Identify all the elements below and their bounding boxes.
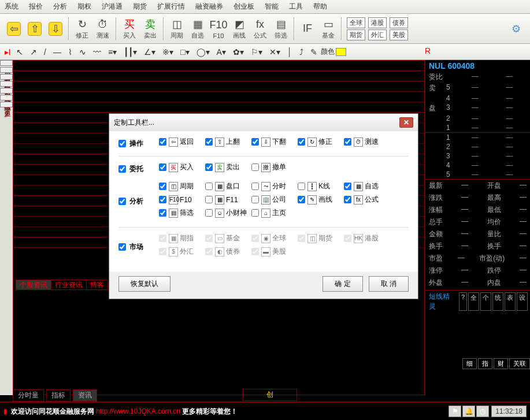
color-swatch[interactable]: [336, 48, 346, 56]
item-check-修正[interactable]: [298, 138, 305, 146]
toolbar-公式[interactable]: fx 公式: [250, 15, 270, 43]
sys-icon-3[interactable]: ◷: [476, 406, 489, 417]
draw-tool[interactable]: A▾: [217, 47, 226, 57]
group-check-操作[interactable]: [118, 140, 126, 147]
draw-tool[interactable]: ⚐▾: [251, 47, 262, 57]
toolbar-nav-2[interactable]: ⇩: [45, 15, 66, 43]
draw-tool[interactable]: □▾: [180, 47, 189, 57]
group-check-分析[interactable]: [118, 198, 126, 205]
rp-btn-?[interactable]: ?: [459, 292, 467, 311]
bottom-tab-分时量[interactable]: 分时量: [13, 389, 44, 402]
item-check-撤单[interactable]: [251, 163, 259, 171]
sidebar-分时走势[interactable]: 分时走势: [0, 67, 13, 73]
group-check-委托[interactable]: [118, 165, 126, 173]
toolbar-筛选[interactable]: ▤ 筛选: [270, 15, 291, 43]
sidebar-自选股[interactable]: 自选股: [0, 88, 13, 94]
sidebar-更多[interactable]: 更多: [0, 102, 13, 107]
toolbar-画线[interactable]: ◩ 画线: [229, 15, 250, 43]
item-check-测速[interactable]: [344, 138, 351, 146]
toolbar-基金[interactable]: ▭ 基金: [318, 15, 339, 43]
pill-债券[interactable]: 债券: [390, 17, 408, 28]
rp-btn-全[interactable]: 全: [468, 292, 479, 311]
tab-行业资讯[interactable]: 行业资讯: [51, 280, 87, 290]
bottom-tab-资讯[interactable]: 资讯: [73, 389, 97, 402]
sys-icon-1[interactable]: ⚑: [449, 406, 461, 417]
dialog-titlebar[interactable]: 定制工具栏... ✕: [109, 114, 418, 131]
item-check-公式[interactable]: [344, 196, 351, 203]
br-tab-细[interactable]: 细: [462, 358, 477, 369]
item-check-筛选[interactable]: [159, 209, 166, 217]
toolbar-F10[interactable]: F10 F10: [208, 15, 229, 43]
draw-tool[interactable]: 〰: [93, 47, 101, 57]
sidebar-资讯[interactable]: 资讯: [0, 60, 13, 66]
draw-tool[interactable]: ↗: [30, 47, 37, 57]
item-check-主页[interactable]: [251, 209, 259, 217]
menu-沪港通[interactable]: 沪港通: [102, 2, 123, 12]
sidebar-技术分析[interactable]: 技术分析: [0, 74, 13, 80]
item-check-下翻[interactable]: [251, 138, 259, 146]
draw-tool[interactable]: —: [53, 47, 61, 57]
url-link[interactable]: http://www.10JQKA.com.cn: [96, 407, 180, 415]
sidebar-综合排名[interactable]: 综合排名: [0, 95, 13, 101]
menu-期货[interactable]: 期货: [133, 2, 147, 12]
toolbar-自选[interactable]: ▦ 自选: [187, 15, 208, 43]
sidebar-公司资讯[interactable]: 公司资讯: [0, 81, 13, 87]
group-check-市场[interactable]: [118, 243, 126, 251]
draw-tool[interactable]: ⤴: [299, 47, 303, 57]
menu-扩展行情[interactable]: 扩展行情: [157, 2, 185, 12]
item-check-返回[interactable]: [159, 138, 166, 146]
menu-智能[interactable]: 智能: [265, 2, 279, 12]
pill-美股[interactable]: 美股: [390, 29, 408, 40]
item-check-F11[interactable]: [205, 196, 213, 203]
item-check-画线[interactable]: [298, 196, 305, 203]
rp-btn-表[interactable]: 表: [505, 292, 516, 311]
sys-icon-2[interactable]: 🔔: [462, 406, 475, 417]
rp-btn-设[interactable]: 设: [517, 292, 528, 311]
bottom-tab-指标[interactable]: 指标: [46, 389, 71, 402]
draw-tool[interactable]: ┃┃▾: [124, 47, 137, 57]
item-check-周期[interactable]: [159, 183, 166, 190]
menu-工具[interactable]: 工具: [289, 2, 303, 12]
draw-tool[interactable]: ∿: [79, 47, 86, 57]
item-check-买入[interactable]: [159, 163, 166, 171]
menu-期权[interactable]: 期权: [77, 2, 91, 12]
draw-tool[interactable]: ✎: [310, 47, 317, 57]
cancel-button[interactable]: 取 消: [369, 276, 409, 292]
pill-全球[interactable]: 全球: [347, 17, 365, 28]
spirit-link[interactable]: 短线精灵: [425, 291, 457, 313]
draw-tool[interactable]: ⌇: [68, 47, 72, 57]
br-tab-关联[interactable]: 关联: [509, 358, 530, 369]
br-tab-指[interactable]: 指: [478, 358, 492, 369]
toolbar-修正[interactable]: ↻ 修正: [72, 15, 92, 43]
toolbar-nav-1[interactable]: ⇧: [24, 15, 45, 43]
tab-个股资讯[interactable]: 个股资讯: [16, 280, 51, 290]
item-check-K线[interactable]: [298, 183, 305, 190]
menu-分析[interactable]: 分析: [53, 2, 67, 12]
tab-博客[interactable]: 博客: [86, 280, 108, 290]
toolbar-nav-0[interactable]: ⇦: [3, 15, 24, 43]
item-check-F10[interactable]: [159, 196, 166, 203]
item-check-小财神[interactable]: [205, 209, 213, 217]
rp-btn-统[interactable]: 统: [492, 292, 503, 311]
gear-icon[interactable]: ⚙: [512, 23, 521, 35]
draw-tool[interactable]: ≡▾: [108, 47, 117, 57]
draw-tool[interactable]: ↖: [16, 47, 23, 57]
info-toggle[interactable]: ▸I: [2, 47, 13, 57]
item-check-自选[interactable]: [344, 183, 351, 190]
pill-外汇[interactable]: 外汇: [368, 29, 387, 40]
close-icon[interactable]: ✕: [399, 117, 413, 128]
draw-tool[interactable]: │: [287, 47, 292, 57]
toolbar-nav-13[interactable]: IF: [297, 15, 318, 43]
draw-tool[interactable]: ◯▾: [197, 47, 210, 57]
draw-tool[interactable]: ✿▾: [233, 47, 244, 57]
menu-创业板[interactable]: 创业板: [234, 2, 254, 12]
item-check-上翻[interactable]: [205, 138, 213, 146]
toolbar-买入[interactable]: 买 买入: [119, 15, 140, 43]
menu-融资融券[interactable]: 融资融券: [195, 2, 223, 12]
pill-港股[interactable]: 港股: [368, 17, 387, 28]
item-check-公司[interactable]: [251, 196, 259, 203]
menu-帮助[interactable]: 帮助: [313, 2, 327, 12]
toolbar-卖出[interactable]: 卖 卖出: [140, 15, 161, 43]
item-check-卖出[interactable]: [205, 163, 213, 171]
br-tab-财[interactable]: 财: [494, 358, 508, 369]
